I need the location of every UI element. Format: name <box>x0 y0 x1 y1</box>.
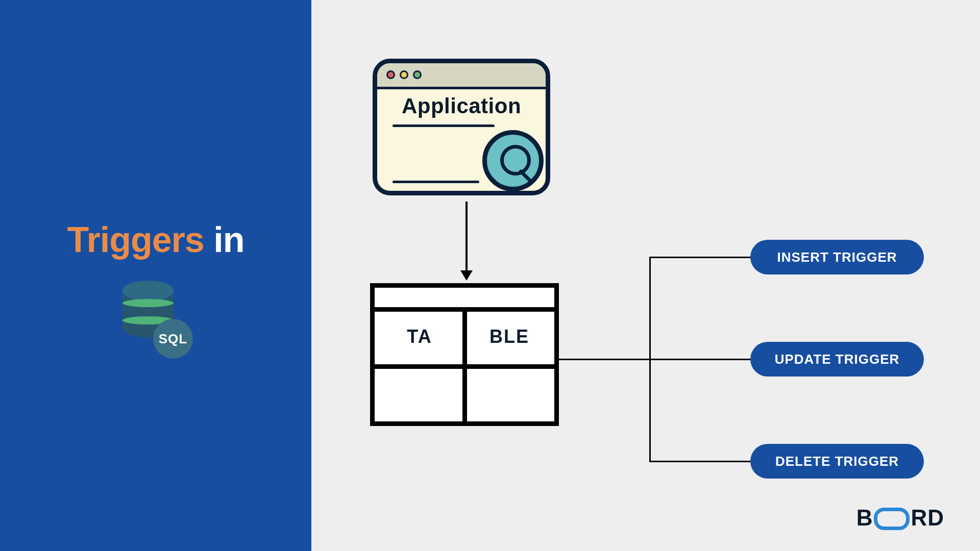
sql-database-icon: SQL <box>122 276 189 357</box>
trigger-pill-delete: DELETE TRIGGER <box>750 444 924 479</box>
arrow-shaft-icon <box>465 202 468 273</box>
window-titlebar <box>377 63 546 89</box>
table-cell-left: TA <box>375 326 464 347</box>
connector-line <box>649 359 751 360</box>
content-line-icon <box>393 181 479 183</box>
window-dot-yellow-icon <box>400 70 408 79</box>
content-line-icon <box>393 124 495 127</box>
brand-logo: B RD <box>856 505 944 531</box>
diagram-title: Triggers in <box>0 219 311 260</box>
title-rest: in <box>213 220 244 260</box>
brand-loop-icon <box>874 508 910 530</box>
connector-line <box>649 461 751 462</box>
table-cell-right: BLE <box>464 326 554 347</box>
arrow-head-icon <box>460 270 473 281</box>
connector-line <box>649 257 751 258</box>
sql-badge: SQL <box>153 319 193 359</box>
trigger-pill-insert: INSERT TRIGGER <box>750 240 924 274</box>
trigger-pill-update: UPDATE TRIGGER <box>750 342 924 377</box>
title-emphasis: Triggers <box>67 220 204 260</box>
table-icon: TA BLE <box>370 283 559 426</box>
connector-line <box>559 359 651 360</box>
magnifier-icon <box>482 130 544 191</box>
brand-left: B <box>856 505 873 531</box>
brand-right: RD <box>911 505 944 531</box>
diagram-canvas: Triggers in SQL Application TA BLE <box>0 0 980 551</box>
window-dot-green-icon <box>413 70 422 79</box>
window-dot-red-icon <box>386 70 395 79</box>
application-label: Application <box>377 94 546 118</box>
